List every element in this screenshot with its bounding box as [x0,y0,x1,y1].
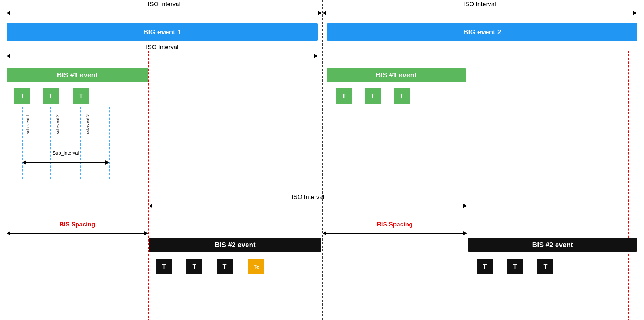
big-event-2-bar: BIG event 2 [327,23,637,41]
arrow-line [152,206,463,206]
red-vline-3 [628,51,629,320]
arrow-head-left [149,204,152,208]
blue-vline-sv4 [109,107,110,179]
arrow-head-left [22,160,26,165]
big-event-1-bar: BIG event 1 [7,23,318,41]
bis1-tbox-right-1: T [336,88,352,104]
arrow-head-right [633,11,637,15]
arrow-head-left [323,231,326,235]
iso-interval-label-1: ISO Interval [7,1,322,8]
arrow-head-right [314,54,318,58]
bis2-tbox-2: T [186,259,202,274]
iso-interval-arrow-top-left: ISO Interval [7,9,322,17]
red-vline-1 [148,51,149,320]
bis2-tbox-1: T [156,259,172,274]
bis-spacing-label-right: BIS Spacing [323,221,467,228]
arrow-head-right [144,231,148,235]
bis-spacing-label-left: BIS Spacing [7,221,148,228]
iso-interval-label-4: ISO Interval [149,194,467,201]
arrow-head-right [463,204,467,208]
sub-interval-label: Sub_Interval [22,150,109,156]
iso-interval-label-3: ISO Interval [7,44,318,51]
bis1-tbox-3: T [73,88,89,104]
arrow-head-left [323,11,326,15]
arrow-line [10,233,144,234]
bis1-tbox-2: T [43,88,59,104]
bis2-tbox-right-1: T [477,259,493,274]
blue-vline-sv2 [50,107,51,179]
center-vline [322,0,323,320]
bis-spacing-arrow-right: BIS Spacing [323,230,467,237]
arrow-head-left [7,11,10,15]
subevent-3-label: subevent 3 [85,114,90,134]
subevent-1-label: subevent 1 [26,114,30,134]
bis-spacing-arrow-left: BIS Spacing [7,230,148,237]
bis1-tbox-right-2: T [365,88,381,104]
bis2-event-bar-left: BIS #2 event [149,238,321,252]
bis2-tbox-right-2: T [507,259,523,274]
blue-vline-sv3 [80,107,81,179]
arrow-line [10,56,314,56]
arrow-line [326,13,633,13]
bis2-tbox-tc: Tc [248,259,264,274]
arrow-line [26,162,105,163]
bis2-tbox-3: T [217,259,233,274]
iso-interval-label-2: ISO Interval [323,1,637,8]
timing-diagram: ISO Interval ISO Interval BIG event 1 BI… [0,0,644,320]
iso-interval-arrow-top-right: ISO Interval [323,9,637,17]
bis1-tbox-1: T [14,88,30,104]
arrow-head-right [463,231,467,235]
arrow-line [10,13,318,13]
red-vline-2 [468,51,468,320]
bis2-event-bar-right: BIS #2 event [468,238,637,252]
blue-vline-sv1 [22,107,23,179]
sub-interval-arrow: Sub_Interval [22,159,109,166]
arrow-head-right [105,160,109,165]
arrow-head-left [7,54,10,58]
arrow-head-left [7,231,10,235]
bis1-event-bar-left: BIS #1 event [7,68,148,82]
bis1-tbox-right-3: T [394,88,410,104]
arrow-line [326,233,463,234]
iso-interval-arrow-mid: ISO Interval [149,202,467,209]
arrow-head-right [318,11,322,15]
bis2-tbox-right-3: T [537,259,553,274]
subevent-2-label: subevent 2 [55,114,60,134]
bis1-event-bar-right: BIS #1 event [327,68,466,82]
iso-interval-arrow-2: ISO Interval [7,52,318,60]
